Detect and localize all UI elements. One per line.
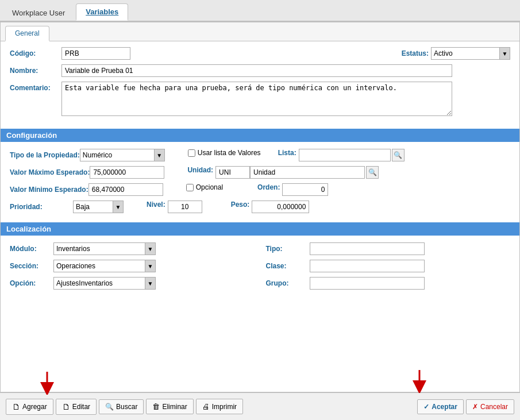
prioridad-dropdown-btn[interactable]: ▼: [113, 201, 124, 213]
prioridad-select-wrapper: Baja ▼: [73, 201, 124, 213]
opcional-checkbox[interactable]: [186, 184, 194, 191]
grupo-row: Grupo:: [266, 277, 511, 290]
estatus-select-display[interactable]: Activo: [431, 47, 500, 60]
tipo-propiedad-display[interactable]: Numérico: [80, 149, 155, 161]
codigo-label: Código:: [10, 47, 61, 57]
valor-max-row: Valor Máximo Esperado: Unidad: 🔍: [10, 166, 510, 179]
agregar-button[interactable]: 🗋 Agregar: [6, 399, 53, 415]
valor-max-label: Valor Máximo Esperado:: [10, 166, 90, 176]
modulo-dropdown-btn[interactable]: ▼: [145, 242, 156, 255]
modulo-row: Módulo: Inventarios ▼: [10, 242, 255, 255]
arrow-right-indicator: [408, 370, 431, 395]
eliminar-button[interactable]: 🗑 Eliminar: [146, 399, 193, 414]
opcional-wrap: Opcional: [186, 183, 223, 191]
tipo-loc-input[interactable]: [310, 242, 425, 255]
unidad-search-btn[interactable]: 🔍: [366, 166, 379, 179]
eliminar-icon: 🗑: [152, 402, 160, 411]
opcion-select-wrapper: AjustesInventarios ▼: [53, 277, 156, 290]
config-section: Tipo de la Propiedad: Numérico ▼ Usar li…: [1, 147, 519, 220]
buscar-icon: 🔍: [105, 403, 114, 411]
editar-button[interactable]: 🗋 Editar: [56, 399, 97, 415]
usar-lista-label: Usar lista de Valores: [198, 149, 261, 157]
comentario-row: Comentario: Esta variable fue hecha para…: [10, 82, 510, 116]
grupo-label: Grupo:: [266, 279, 306, 287]
prioridad-label: Prioridad:: [10, 201, 73, 211]
tipo-propiedad-label: Tipo de la Propiedad:: [10, 149, 80, 159]
main-content: General Código: Estatus: Activo ▼ Nombre…: [0, 22, 520, 392]
prioridad-display[interactable]: Baja: [73, 201, 113, 213]
inner-tab-bar: General: [1, 22, 519, 41]
editar-icon: 🗋: [62, 402, 70, 411]
top-tab-bar: Workplace User Variables: [0, 0, 520, 22]
grupo-input[interactable]: [310, 277, 425, 290]
eliminar-label: Eliminar: [162, 403, 187, 411]
seccion-select-wrapper: Operaciones ▼: [53, 260, 156, 272]
opcional-label: Opcional: [196, 183, 223, 191]
loc-left-col: Módulo: Inventarios ▼ Sección: Operacion…: [10, 242, 255, 294]
loc-right-col: Tipo: Clase: Grupo:: [266, 242, 511, 294]
comentario-label: Comentario:: [10, 82, 61, 92]
nombre-label: Nombre:: [10, 64, 61, 75]
valor-max-input[interactable]: [90, 166, 164, 179]
tipo-row: Tipo:: [266, 242, 511, 255]
seccion-row: Sección: Operaciones ▼: [10, 260, 255, 272]
cancelar-x-icon: ✗: [472, 403, 478, 411]
opcion-display[interactable]: AjustesInventarios: [53, 277, 145, 290]
peso-label: Peso:: [231, 201, 250, 209]
estatus-label: Estatus:: [402, 47, 429, 57]
valor-min-input[interactable]: [88, 183, 163, 196]
lista-label: Lista:: [278, 149, 296, 157]
aceptar-label: Aceptar: [432, 403, 457, 411]
cancelar-button[interactable]: ✗ Cancelar: [466, 399, 514, 414]
loc-header: Localización: [1, 222, 519, 236]
orden-input[interactable]: [282, 183, 328, 196]
seccion-label: Sección:: [10, 262, 50, 270]
modulo-display[interactable]: Inventarios: [53, 242, 145, 255]
nombre-input[interactable]: [61, 64, 452, 77]
agregar-label: Agregar: [22, 403, 47, 411]
editar-label: Editar: [72, 403, 90, 411]
clase-label: Clase:: [266, 262, 306, 270]
clase-row: Clase:: [266, 260, 511, 272]
opcion-dropdown-btn[interactable]: ▼: [145, 277, 156, 290]
unidad-code-input[interactable]: [215, 166, 250, 179]
estatus-select-wrapper: Activo ▼: [431, 47, 510, 60]
clase-input[interactable]: [310, 260, 425, 272]
aceptar-check-icon: ✓: [423, 403, 429, 411]
valor-min-row: Valor Mínimo Esperado: Opcional Orden:: [10, 183, 510, 196]
prioridad-row: Prioridad: Baja ▼ Nivel: Peso:: [10, 201, 510, 213]
buscar-button[interactable]: 🔍 Buscar: [99, 399, 144, 414]
seccion-dropdown-btn[interactable]: ▼: [145, 260, 156, 272]
seccion-display[interactable]: Operaciones: [53, 260, 145, 272]
tipo-propiedad-select-wrapper: Numérico ▼: [80, 149, 165, 161]
codigo-input[interactable]: [61, 47, 130, 60]
unidad-name-input[interactable]: [250, 166, 365, 179]
tab-workplace[interactable]: Workplace User: [2, 5, 75, 21]
tab-variables[interactable]: Variables: [76, 3, 128, 21]
tipo-loc-label: Tipo:: [266, 245, 306, 253]
imprimir-icon: 🖨: [202, 402, 210, 411]
opcion-row: Opción: AjustesInventarios ▼: [10, 277, 255, 290]
bottom-toolbar: 🗋 Agregar 🗋 Editar 🔍 Buscar 🗑 Eliminar 🖨…: [0, 392, 520, 420]
comentario-textarea[interactable]: Esta variable fue hecha para una prueba,…: [61, 82, 452, 116]
imprimir-button[interactable]: 🖨 Imprimir: [196, 399, 243, 414]
usar-lista-checkbox[interactable]: [188, 149, 195, 157]
cancelar-label: Cancelar: [480, 403, 508, 411]
lista-input[interactable]: [299, 149, 391, 161]
valor-min-label: Valor Mínimo Esperado:: [10, 183, 88, 194]
tipo-propiedad-dropdown-btn[interactable]: ▼: [155, 149, 165, 161]
arrow-left-indicator: [36, 372, 59, 395]
peso-input[interactable]: [252, 201, 309, 213]
lista-search-btn[interactable]: 🔍: [392, 149, 405, 161]
estatus-dropdown-btn[interactable]: ▼: [500, 47, 510, 60]
nivel-input[interactable]: [168, 201, 202, 213]
tab-general[interactable]: General: [5, 26, 49, 41]
modulo-label: Módulo:: [10, 245, 50, 253]
aceptar-button[interactable]: ✓ Aceptar: [417, 399, 464, 414]
tipo-propiedad-row: Tipo de la Propiedad: Numérico ▼ Usar li…: [10, 149, 510, 161]
codigo-row: Código: Estatus: Activo ▼: [10, 47, 510, 60]
usar-lista-wrap: Usar lista de Valores: [188, 149, 261, 157]
nivel-label: Nivel:: [147, 201, 165, 209]
modulo-select-wrapper: Inventarios ▼: [53, 242, 156, 255]
buscar-label: Buscar: [116, 403, 137, 411]
